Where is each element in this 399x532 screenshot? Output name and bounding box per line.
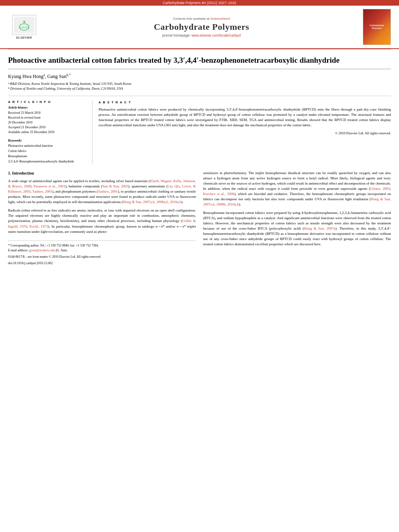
available-date: Available online 25 December 2010: [8, 130, 87, 135]
copyright-text: © 2010 Elsevier Ltd. All rights reserved…: [99, 131, 391, 136]
article-title: Photoactive antibacterial cotton fabrics…: [8, 55, 391, 69]
right-para-1: sensitizers in photochemistry. The tripl…: [203, 170, 391, 207]
elsevier-text: ELSEVIER: [16, 36, 32, 39]
abstract-label: A B S T R A C T: [99, 100, 391, 105]
keywords-list: Photoactive antimicrobial function Cotto…: [8, 144, 87, 164]
issn-line: 0144-8617/$ – see front matter © 2010 El…: [8, 255, 196, 259]
main-content: Photoactive antibacterial cotton fabrics…: [0, 49, 399, 272]
keyword-1: Photoactive antimicrobial function: [8, 144, 87, 149]
ref-korchev[interactable]: Korchev et al., 2006: [203, 192, 234, 196]
abstract-text: Photoactive antimicrobial cotton fabrics…: [99, 107, 391, 128]
cover-image-text: CarbohydratePolymers: [368, 23, 385, 31]
history-label: Article history:: [8, 106, 87, 109]
article-info-col: A R T I C L E I N F O Article history: R…: [8, 100, 93, 164]
keywords-label: Keywords:: [8, 139, 87, 142]
body-right-col: sensitizers in photochemistry. The tripl…: [203, 170, 391, 266]
ref-hong2007a[interactable]: Hong & Sun, 2007a: [304, 226, 335, 230]
body-content: 1. Introduction A wide range of antimicr…: [8, 170, 391, 266]
ref-hong2007[interactable]: Hong & Sun, 2007a,b, 2008a,b, 2010a,b: [123, 200, 181, 204]
intro-para-2: Radicals (often referred to as free radi…: [8, 208, 196, 234]
journal-citation: Carbohydrate Polymers 84 (2011) 1027–103…: [162, 1, 236, 5]
doi-line: doi:10.1016/j.carbpol.2010.12.062: [8, 261, 196, 266]
elsevier-logo: 🌿 ELSEVIER ELSEVIER: [8, 15, 40, 39]
article-info-abstract: A R T I C L E I N F O Article history: R…: [8, 96, 391, 164]
ref-tashiro2001a[interactable]: Tashiro, 2001: [32, 189, 52, 193]
keyword-2: Cotton fabrics: [8, 149, 87, 154]
intro-para-1: A wide range of antimicrobial agents can…: [8, 179, 196, 205]
ref-gorner[interactable]: Görner, 2003: [370, 187, 390, 191]
footnote-email: E-mail address: gysun@ucdavis.edu (G. Su…: [8, 248, 196, 253]
journal-header-center: Contents lists available at ScienceDirec…: [40, 17, 363, 37]
journal-citation-bar: Carbohydrate Polymers 84 (2011) 1027–103…: [0, 0, 399, 6]
article-history: Article history: Received 23 March 2010 …: [8, 106, 87, 135]
revised-label: Received in revised form: [8, 115, 87, 120]
sciencedirect-link: Contents lists available at ScienceDirec…: [40, 17, 363, 21]
ref-yuranova[interactable]: Yuranova et al., 2003: [33, 184, 65, 188]
ref-sun2003[interactable]: Sun & Sun, 2003: [102, 184, 128, 188]
footnote-corresponding: * Corresponding author. Tel.: +1 530 752…: [8, 243, 196, 248]
ref-hong2007b[interactable]: Hong & Sun, 2007a,b, 2008b, 2010a,b: [203, 197, 391, 206]
email-link[interactable]: gysun@ucdavis.edu: [29, 249, 55, 252]
affil-2: b Division of Textiles and Clothing, Uni…: [8, 86, 391, 91]
received-date: Received 23 March 2010: [8, 111, 87, 115]
svg-text:ELSEVIER: ELSEVIER: [19, 26, 29, 29]
homepage-link[interactable]: www.elsevier.com/locate/carbpol: [191, 33, 241, 37]
author-1: Kyung Hwa Honga: [8, 74, 45, 79]
ref-tashiro2001b[interactable]: Tashiro, 2001: [98, 189, 118, 193]
body-left-col: 1. Introduction A wide range of antimicr…: [8, 170, 196, 266]
revised-date: 20 December 2010: [8, 120, 87, 125]
intro-heading: 1. Introduction: [8, 170, 196, 177]
author-2: Gang Sunb,*: [47, 74, 71, 79]
journal-header: 🌿 ELSEVIER ELSEVIER Contents lists avail…: [0, 6, 399, 49]
journal-homepage: journal homepage: www.elsevier.com/locat…: [40, 33, 363, 37]
right-para-2: Benzophenone incorporated cotton fabrics…: [203, 210, 391, 247]
footnotes: * Corresponding author. Tel.: +1 530 752…: [8, 240, 196, 266]
keyword-4: 3,3′,4,4′-Benzophenonetetracarboxylic di…: [8, 159, 87, 164]
authors-line: Kyung Hwa Honga, Gang Sunb,*: [8, 73, 391, 80]
affil-1: a R&D Division, Korea Textile Inspection…: [8, 82, 391, 86]
sciencedirect-anchor[interactable]: ScienceDirect: [210, 17, 230, 21]
abstract-col: A B S T R A C T Photoactive antimicrobia…: [99, 100, 391, 164]
affiliations: a R&D Division, Korea Textile Inspection…: [8, 82, 391, 91]
keyword-3: Benzophenone: [8, 154, 87, 159]
journal-cover-image: CarbohydratePolymers: [363, 9, 391, 45]
ref-kochi[interactable]: Kochi, 1973: [29, 224, 48, 228]
elsevier-logo-box: 🌿 ELSEVIER: [12, 15, 36, 35]
svg-text:🌿: 🌿: [23, 21, 26, 23]
journal-title: Carbohydrate Polymers: [40, 22, 363, 32]
article-info-label: A R T I C L E I N F O: [8, 100, 87, 104]
accepted-date: Accepted 21 December 2010: [8, 125, 87, 130]
keywords-section: Keywords: Photoactive antimicrobial func…: [8, 139, 87, 164]
